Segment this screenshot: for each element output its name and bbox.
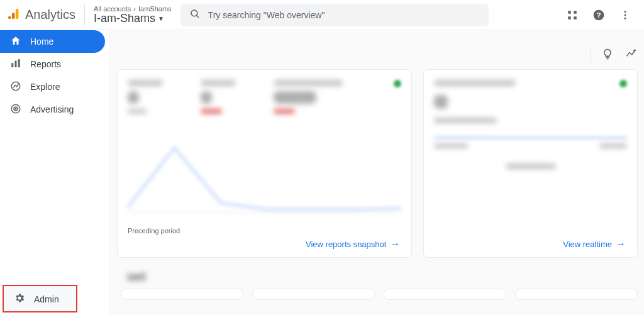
breadcrumb-all: All accounts — [94, 5, 131, 13]
more-vert-icon[interactable] — [618, 8, 633, 23]
sidebar: Home Reports Explore Advertising — [0, 30, 109, 315]
svg-rect-6 — [574, 11, 577, 14]
advertising-icon — [10, 103, 21, 116]
svg-rect-5 — [568, 11, 571, 14]
reports-icon — [10, 58, 21, 71]
insights-sparkle-icon[interactable] — [624, 47, 639, 62]
apps-icon[interactable] — [565, 8, 580, 23]
mini-card[interactable] — [121, 289, 243, 300]
search-input[interactable]: Try searching "Web overview" — [180, 4, 489, 26]
view-reports-snapshot-link[interactable]: View reports snapshot → — [306, 238, 400, 250]
svg-rect-14 — [11, 63, 13, 67]
view-realtime-link[interactable]: View realtime → — [563, 238, 626, 250]
search-placeholder: Try searching "Web overview" — [208, 10, 325, 20]
svg-point-11 — [625, 11, 626, 13]
sidebar-item-label: Reports — [30, 59, 61, 69]
mini-card[interactable] — [384, 289, 506, 300]
svg-text:?: ? — [596, 11, 601, 19]
lightbulb-icon[interactable] — [600, 47, 615, 62]
sidebar-item-advertising[interactable]: Advertising — [0, 98, 105, 121]
svg-point-12 — [625, 14, 626, 16]
mini-card[interactable] — [515, 289, 638, 300]
gear-icon — [14, 292, 25, 306]
arrow-right-icon: → — [616, 238, 626, 250]
mini-card[interactable] — [252, 289, 375, 300]
help-icon[interactable]: ? — [591, 8, 606, 23]
link-label: View realtime — [563, 240, 612, 249]
svg-rect-0 — [16, 8, 19, 19]
sidebar-item-label: Admin — [34, 294, 59, 304]
overview-chart — [128, 129, 401, 217]
search-icon — [189, 8, 201, 22]
analytics-logo-icon — [8, 7, 21, 23]
sidebar-item-explore[interactable]: Explore — [0, 75, 105, 98]
sidebar-item-reports[interactable]: Reports — [0, 53, 105, 75]
svg-point-13 — [625, 17, 626, 19]
sidebar-item-label: Home — [30, 36, 53, 47]
sidebar-item-label: Explore — [30, 82, 60, 92]
product-logo-block[interactable]: Analytics — [5, 7, 75, 23]
section-title-obscured: sed — [117, 258, 644, 289]
chart-legend: Preceding period — [128, 227, 401, 235]
insight-actions — [591, 47, 639, 62]
header-actions: ? — [565, 8, 639, 23]
breadcrumb: All accounts › IamShams — [94, 5, 172, 13]
svg-rect-8 — [574, 16, 577, 19]
sidebar-item-label: Advertising — [30, 104, 74, 114]
svg-line-4 — [196, 15, 199, 18]
svg-rect-15 — [15, 60, 17, 67]
recently-accessed-row — [117, 289, 644, 300]
svg-point-2 — [8, 16, 11, 19]
home-icon — [10, 35, 21, 48]
header-divider — [84, 5, 85, 25]
home-overview-card: Preceding period View reports snapshot → — [117, 69, 412, 258]
property-selector[interactable]: All accounts › IamShams I-am-Shams ▼ — [94, 5, 172, 25]
svg-point-20 — [15, 108, 16, 109]
property-name: I-am-Shams — [94, 13, 155, 25]
sidebar-item-home[interactable]: Home — [0, 30, 105, 53]
app-header: Analytics All accounts › IamShams I-am-S… — [0, 0, 644, 30]
explore-icon — [10, 80, 21, 94]
product-name: Analytics — [25, 8, 75, 22]
realtime-card: View realtime → — [423, 69, 638, 258]
sidebar-item-admin[interactable]: Admin — [4, 286, 76, 311]
link-label: View reports snapshot — [306, 240, 386, 249]
svg-rect-7 — [568, 16, 571, 19]
arrow-right-icon: → — [390, 238, 400, 250]
svg-point-3 — [191, 10, 197, 16]
chevron-right-icon: › — [133, 5, 136, 13]
svg-rect-16 — [18, 59, 20, 67]
caret-down-icon: ▼ — [158, 15, 164, 22]
svg-rect-1 — [12, 13, 15, 19]
main-content: Preceding period View reports snapshot → — [109, 30, 644, 315]
breadcrumb-account: IamShams — [138, 5, 172, 13]
